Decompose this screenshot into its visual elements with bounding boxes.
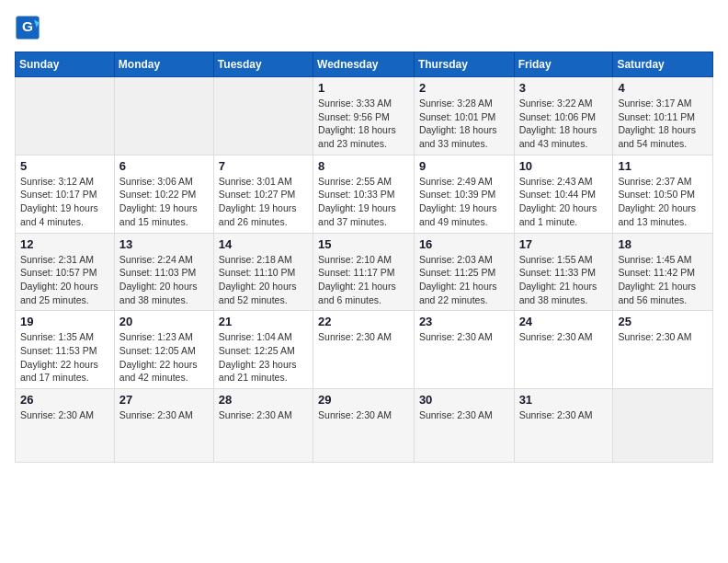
calendar-cell: 27Sunrise: 2:30 AM [114, 389, 213, 463]
day-info: Sunrise: 2:55 AM Sunset: 10:33 PM Daylig… [318, 175, 409, 229]
day-info: Sunrise: 2:24 AM Sunset: 11:03 PM Daylig… [119, 253, 209, 307]
calendar-cell: 17Sunrise: 1:55 AM Sunset: 11:33 PM Dayl… [514, 233, 613, 311]
day-info: Sunrise: 2:30 AM [318, 330, 409, 344]
day-info: Sunrise: 2:30 AM [219, 408, 308, 422]
day-number: 13 [119, 237, 209, 251]
calendar-cell: 7Sunrise: 3:01 AM Sunset: 10:27 PM Dayli… [213, 155, 313, 233]
day-number: 7 [219, 159, 308, 173]
calendar-cell: 3Sunrise: 3:22 AM Sunset: 10:06 PM Dayli… [514, 77, 613, 155]
calendar-cell: 26Sunrise: 2:30 AM [16, 389, 115, 463]
calendar-cell: 25Sunrise: 2:30 AM [613, 311, 713, 389]
day-info: Sunrise: 3:17 AM Sunset: 10:11 PM Daylig… [618, 97, 708, 151]
day-number: 21 [219, 315, 308, 328]
day-number: 25 [618, 315, 708, 328]
calendar-cell: 29Sunrise: 2:30 AM [313, 389, 415, 463]
day-number: 16 [419, 237, 509, 251]
calendar-week-5: 26Sunrise: 2:30 AM27Sunrise: 2:30 AM28Su… [16, 389, 713, 463]
day-info: Sunrise: 1:23 AM Sunset: 12:05 AM Daylig… [119, 330, 209, 385]
day-number: 12 [20, 237, 109, 251]
day-number: 20 [119, 315, 209, 328]
day-number: 5 [20, 159, 109, 173]
day-info: Sunrise: 2:43 AM Sunset: 10:44 PM Daylig… [519, 175, 609, 229]
calendar-week-4: 19Sunrise: 1:35 AM Sunset: 11:53 PM Dayl… [16, 311, 713, 389]
logo-icon: G [15, 15, 40, 40]
weekday-header-monday: Monday [114, 52, 213, 77]
day-info: Sunrise: 2:30 AM [519, 408, 609, 422]
calendar-cell: 31Sunrise: 2:30 AM [514, 389, 613, 463]
day-number: 15 [318, 237, 409, 251]
calendar-header-row: SundayMondayTuesdayWednesdayThursdayFrid… [16, 52, 713, 77]
day-info: Sunrise: 1:45 AM Sunset: 11:42 PM Daylig… [618, 253, 708, 307]
calendar-cell: 16Sunrise: 2:03 AM Sunset: 11:25 PM Dayl… [414, 233, 514, 311]
day-number: 26 [20, 393, 109, 407]
weekday-header-wednesday: Wednesday [313, 52, 415, 77]
day-info: Sunrise: 1:35 AM Sunset: 11:53 PM Daylig… [20, 330, 109, 385]
calendar-cell [613, 389, 713, 463]
day-info: Sunrise: 3:33 AM Sunset: 9:56 PM Dayligh… [318, 97, 409, 151]
day-info: Sunrise: 2:30 AM [119, 408, 209, 422]
calendar-cell: 30Sunrise: 2:30 AM [414, 389, 514, 463]
calendar-week-1: 1Sunrise: 3:33 AM Sunset: 9:56 PM Daylig… [16, 77, 713, 155]
calendar-week-3: 12Sunrise: 2:31 AM Sunset: 10:57 PM Dayl… [16, 233, 713, 311]
calendar-cell: 24Sunrise: 2:30 AM [514, 311, 613, 389]
weekday-header-saturday: Saturday [613, 52, 713, 77]
calendar-cell: 19Sunrise: 1:35 AM Sunset: 11:53 PM Dayl… [16, 311, 115, 389]
day-number: 17 [519, 237, 609, 251]
page-header: G [15, 15, 713, 40]
calendar-cell [16, 77, 115, 155]
day-info: Sunrise: 1:55 AM Sunset: 11:33 PM Daylig… [519, 253, 609, 307]
day-info: Sunrise: 3:12 AM Sunset: 10:17 PM Daylig… [20, 175, 109, 229]
calendar-cell: 18Sunrise: 1:45 AM Sunset: 11:42 PM Dayl… [613, 233, 713, 311]
day-info: Sunrise: 2:31 AM Sunset: 10:57 PM Daylig… [20, 253, 109, 307]
day-number: 27 [119, 393, 209, 407]
day-info: Sunrise: 3:22 AM Sunset: 10:06 PM Daylig… [519, 97, 609, 151]
day-info: Sunrise: 3:06 AM Sunset: 10:22 PM Daylig… [119, 175, 209, 229]
calendar-week-2: 5Sunrise: 3:12 AM Sunset: 10:17 PM Dayli… [16, 155, 713, 233]
calendar-cell: 12Sunrise: 2:31 AM Sunset: 10:57 PM Dayl… [16, 233, 115, 311]
calendar-cell: 13Sunrise: 2:24 AM Sunset: 11:03 PM Dayl… [114, 233, 213, 311]
day-number: 9 [419, 159, 509, 173]
day-number: 30 [419, 393, 509, 407]
day-number: 2 [419, 81, 509, 95]
calendar-cell: 15Sunrise: 2:10 AM Sunset: 11:17 PM Dayl… [313, 233, 415, 311]
day-number: 22 [318, 315, 409, 328]
day-number: 10 [519, 159, 609, 173]
calendar-cell: 9Sunrise: 2:49 AM Sunset: 10:39 PM Dayli… [414, 155, 514, 233]
day-info: Sunrise: 3:28 AM Sunset: 10:01 PM Daylig… [419, 97, 509, 151]
calendar-cell: 23Sunrise: 2:30 AM [414, 311, 514, 389]
weekday-header-thursday: Thursday [414, 52, 514, 77]
day-info: Sunrise: 3:01 AM Sunset: 10:27 PM Daylig… [219, 175, 308, 229]
day-number: 6 [119, 159, 209, 173]
day-number: 1 [318, 81, 409, 95]
day-number: 28 [219, 393, 308, 407]
day-info: Sunrise: 2:10 AM Sunset: 11:17 PM Daylig… [318, 253, 409, 307]
day-number: 11 [618, 159, 708, 173]
calendar-cell: 1Sunrise: 3:33 AM Sunset: 9:56 PM Daylig… [313, 77, 415, 155]
weekday-header-sunday: Sunday [16, 52, 115, 77]
day-number: 4 [618, 81, 708, 95]
calendar-cell: 22Sunrise: 2:30 AM [313, 311, 415, 389]
day-info: Sunrise: 2:18 AM Sunset: 11:10 PM Daylig… [219, 253, 308, 307]
calendar-cell: 14Sunrise: 2:18 AM Sunset: 11:10 PM Dayl… [213, 233, 313, 311]
calendar-cell: 2Sunrise: 3:28 AM Sunset: 10:01 PM Dayli… [414, 77, 514, 155]
day-info: Sunrise: 2:49 AM Sunset: 10:39 PM Daylig… [419, 175, 509, 229]
calendar-cell: 21Sunrise: 1:04 AM Sunset: 12:25 AM Dayl… [213, 311, 313, 389]
calendar-table: SundayMondayTuesdayWednesdayThursdayFrid… [15, 52, 713, 463]
calendar-cell [213, 77, 313, 155]
calendar-cell: 10Sunrise: 2:43 AM Sunset: 10:44 PM Dayl… [514, 155, 613, 233]
day-number: 18 [618, 237, 708, 251]
day-number: 3 [519, 81, 609, 95]
day-info: Sunrise: 2:03 AM Sunset: 11:25 PM Daylig… [419, 253, 509, 307]
weekday-header-friday: Friday [514, 52, 613, 77]
day-info: Sunrise: 2:37 AM Sunset: 10:50 PM Daylig… [618, 175, 708, 229]
calendar-cell: 6Sunrise: 3:06 AM Sunset: 10:22 PM Dayli… [114, 155, 213, 233]
day-number: 31 [519, 393, 609, 407]
day-number: 14 [219, 237, 308, 251]
day-info: Sunrise: 2:30 AM [20, 408, 109, 422]
calendar-cell: 28Sunrise: 2:30 AM [213, 389, 313, 463]
day-info: Sunrise: 2:30 AM [419, 408, 509, 422]
day-info: Sunrise: 1:04 AM Sunset: 12:25 AM Daylig… [219, 330, 308, 385]
day-number: 19 [20, 315, 109, 328]
svg-text:G: G [22, 18, 33, 34]
logo: G [15, 15, 44, 40]
